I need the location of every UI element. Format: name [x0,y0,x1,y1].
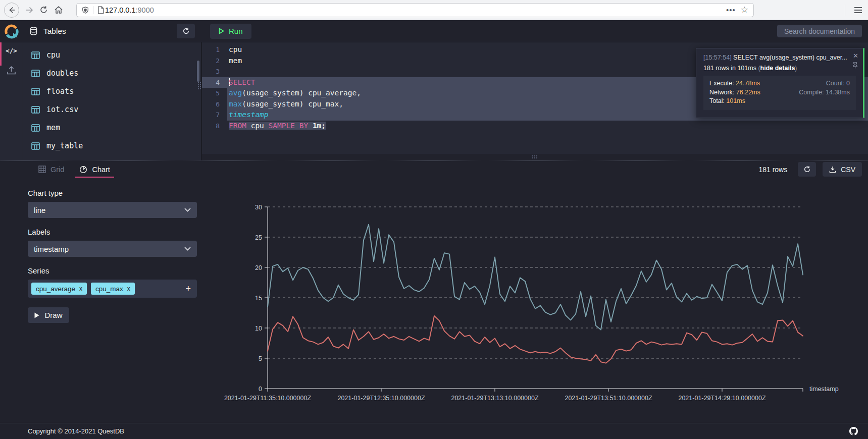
timing-right-column: Count: 0 Compile: 14.38ms [799,79,850,106]
line-number: 6 [202,99,227,110]
code-token: FROM [229,122,246,130]
code-token [308,122,313,130]
series-chip-cpu_max[interactable]: cpu_maxx [91,283,135,295]
line-number: 7 [202,109,227,121]
refresh-tables-button[interactable] [177,24,195,38]
table-item-iot.csv[interactable]: iot.csv [23,100,201,119]
search-documentation-button[interactable]: Search documentation [777,25,862,37]
address-bar[interactable]: 127.0.0.1:9000 ••• ☆ [76,3,754,17]
svg-text:2021-01-29T11:35:10.000000Z: 2021-01-29T11:35:10.000000Z [224,395,311,402]
table-name: floats [46,87,74,96]
add-series-button[interactable]: + [183,284,193,294]
bookmark-star-icon[interactable]: ☆ [741,5,748,15]
url-text: 127.0.0.1:9000 [105,6,154,14]
tables-panel-header: Tables [23,20,202,42]
pin-icon[interactable] [852,62,858,69]
code-line-8[interactable]: 8FROM cpu SAMPLE BY 1m; [202,121,868,132]
series-line-cpu_average [268,316,803,363]
panel-resize-handle-vertical[interactable] [198,82,201,90]
query-timing-details: Execute: 24.78ms Network: 76.22ms Total:… [703,76,856,110]
download-icon [829,166,836,173]
draw-button[interactable]: Draw [28,307,69,323]
browser-reload-button[interactable] [39,6,48,14]
svg-text:2021-01-29T12:35:10.000000Z: 2021-01-29T12:35:10.000000Z [337,395,425,402]
url-port: :9000 [135,6,154,14]
import-upload-icon[interactable] [7,66,16,75]
chart-panel: Chart type line Labels timestamp Series … [0,178,868,423]
app-footer: Copyright © 2014-2021 QuestDB [0,423,868,439]
pie-chart-icon [79,166,87,174]
table-icon [31,106,40,114]
github-icon[interactable] [849,427,858,435]
page-icon [97,6,104,14]
svg-text:2021-01-29T13:51:10.000000Z: 2021-01-29T13:51:10.000000Z [565,395,652,402]
query-timestamp: [15:57:54] [703,54,732,61]
chevron-down-icon [184,208,191,212]
page-actions-icon[interactable]: ••• [726,6,736,14]
tab-grid[interactable]: Grid [37,161,65,178]
svg-text:timestamp: timestamp [809,386,839,393]
questdb-console: Tables Run Search documentation </> cpud… [0,20,868,439]
compile-row: Compile: 14.38ms [799,88,850,97]
browser-back-button[interactable] [4,3,19,18]
timing-left-column: Execute: 24.78ms Network: 76.22ms Total:… [709,79,760,106]
labels-label: Labels [28,228,197,236]
chart-controls: Chart type line Labels timestamp Series … [28,189,197,323]
labels-select[interactable]: timestamp [28,241,197,257]
line-number: 2 [202,56,227,67]
table-name: mem [46,123,60,132]
table-item-mem[interactable]: mem [23,119,201,137]
query-notification-text: [15:57:54] SELECT avg(usage_system) cpu_… [703,54,856,61]
questdb-logo-icon [4,24,19,39]
editor-results-splitter[interactable] [202,154,868,160]
series-picker[interactable]: cpu_averagexcpu_maxx + [28,280,197,298]
refresh-results-button[interactable] [798,162,816,177]
table-item-floats[interactable]: floats [23,82,201,100]
remove-series-icon[interactable]: x [127,285,130,292]
code-token: avg [229,89,242,97]
series-chip-label: cpu_max [95,285,123,293]
table-item-my_table[interactable]: my_table [23,137,201,155]
svg-text:2021-01-29T13:13:10.000000Z: 2021-01-29T13:13:10.000000Z [451,395,538,402]
line-chart[interactable]: 0510152025302021-01-29T11:35:10.000000Z2… [222,178,863,405]
questdb-logo[interactable] [0,20,23,42]
browser-forward-button[interactable] [25,6,33,14]
table-item-doubles[interactable]: doubles [23,64,201,82]
table-icon [31,51,40,59]
browser-menu-button[interactable] [852,5,864,15]
hide-details-link[interactable]: hide details [760,65,795,72]
browser-chrome: 127.0.0.1:9000 ••• ☆ [0,0,868,20]
copyright-text: Copyright © 2014-2021 QuestDB [28,427,124,435]
code-token: timestamp [229,111,269,119]
code-token: 1m; [313,122,326,130]
labels-value: timestamp [34,245,69,253]
urlbar-separator [93,6,93,14]
close-icon[interactable]: ✕ [853,52,858,60]
tables-scrollbar[interactable] [197,61,199,82]
console-code-icon[interactable]: </> [6,47,17,54]
search-documentation-label: Search documentation [784,27,855,35]
table-icon [31,88,40,95]
chrome-separator [845,5,845,16]
line-number: 3 [202,66,227,77]
svg-text:2021-01-29T14:29:10.000000Z: 2021-01-29T14:29:10.000000Z [678,395,765,402]
refresh-icon [182,27,190,35]
table-item-cpu[interactable]: cpu [23,46,201,64]
chart-type-value: line [34,206,45,214]
remove-series-icon[interactable]: x [79,285,82,292]
run-query-button[interactable]: Run [210,24,251,39]
chart-type-label: Chart type [28,189,197,197]
table-name: my_table [46,141,83,150]
series-label: Series [28,266,197,275]
code-token: SELECT [229,78,255,86]
series-chip-cpu_average[interactable]: cpu_averagex [31,283,87,295]
row-count: 181 rows [758,166,787,174]
total-time: 101ms [726,97,745,104]
results-toolbar: Grid Chart 181 rows CSV [0,160,868,178]
tab-chart[interactable]: Chart [78,161,111,178]
code-token: (usage_system) cpu_average, [242,89,361,97]
chart-type-select[interactable]: line [28,202,197,218]
svg-text:10: 10 [255,325,262,332]
browser-home-button[interactable] [54,6,63,14]
download-csv-button[interactable]: CSV [823,162,862,177]
